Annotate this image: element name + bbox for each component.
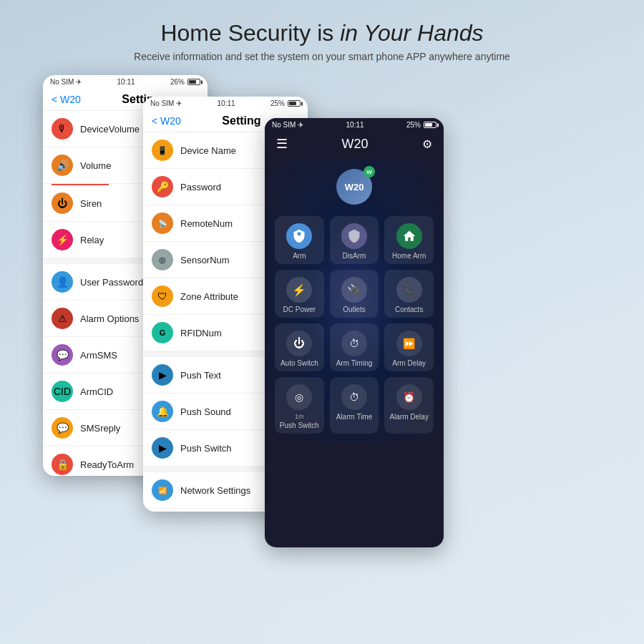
readytoarm-icon: 🔒 <box>52 454 73 475</box>
phone2-battery-area: 25% <box>270 99 301 107</box>
siren-icon: ⏻ <box>52 192 73 214</box>
dashboard-bg: W20 W Arm DisArm <box>265 159 444 441</box>
pushswitch-label: Push Switch <box>180 443 232 454</box>
main-container: Home Security is in Your Hands Receive i… <box>0 0 644 644</box>
contacts-icon: 📞 <box>396 277 422 303</box>
phone2-sim: No SIM ✈ <box>150 99 182 107</box>
outlets-icon: 🔌 <box>341 277 367 303</box>
armcid-icon: CID <box>52 381 73 402</box>
arm-delay-icon: ⏩ <box>396 331 422 356</box>
phone1-status-bar: No SIM ✈ 10:11 26% <box>43 75 208 89</box>
home-arm-button[interactable]: Home Arm <box>384 216 434 264</box>
phone2-nav-back[interactable]: < W20 <box>152 115 181 127</box>
smsreply-label: SMSreply <box>80 423 120 434</box>
alarm-delay-icon: ⏰ <box>396 384 422 410</box>
header-section: Home Security is in Your Hands Receive i… <box>0 0 644 75</box>
contacts-label: Contacts <box>395 306 423 313</box>
volume-label: Volume <box>80 160 111 171</box>
hamburger-icon[interactable]: ☰ <box>276 136 288 152</box>
phone3-status-bar: No SIM ✈ 10:11 25% <box>265 118 444 132</box>
outlets-button[interactable]: 🔌 Outlets <box>330 270 379 318</box>
phone1-sim: No SIM ✈ <box>50 78 82 86</box>
password-icon: 🔑 <box>152 176 173 197</box>
smsreply-icon: 💬 <box>52 417 73 439</box>
relay-label: Relay <box>80 235 104 245</box>
remotenum-label: RemoteNum <box>180 218 233 229</box>
zoneattribute-label: Zone Attribute <box>180 291 238 302</box>
phone2-status-bar: No SIM ✈ 10:11 25% <box>143 97 308 110</box>
home-arm-icon <box>396 223 422 249</box>
sensornum-icon: ◎ <box>152 249 173 270</box>
alarm-options-label: Alarm Options <box>80 313 139 324</box>
dc-power-icon: ⚡ <box>286 277 312 303</box>
push-switch-label: Push Switch <box>280 421 319 429</box>
dc-power-button[interactable]: ⚡ DC Power <box>275 270 324 318</box>
phone3-battery-area: 25% <box>406 121 436 129</box>
phone3-header: ☰ W20 ⚙ <box>265 132 444 159</box>
phone3-battery-icon <box>424 122 436 128</box>
phone1-battery-pct: 26% <box>170 78 185 86</box>
dc-power-label: DC Power <box>283 306 316 313</box>
pushsound-label: Push Sound <box>180 406 231 417</box>
contacts-button[interactable]: 📞 Contacts <box>384 270 434 318</box>
readytoarm-label: ReadyToArm <box>80 459 134 470</box>
phone1-time: 10:11 <box>117 78 135 86</box>
push-switch-icon: ◎ <box>286 384 312 410</box>
phone3-sim: No SIM ✈ <box>272 121 303 129</box>
dashboard-grid: Arm DisArm Home Arm <box>272 216 436 434</box>
password-label: Password <box>180 182 221 192</box>
rfidnum-icon: G <box>152 322 173 343</box>
arm-delay-label: Arm Delay <box>392 359 426 367</box>
arm-label: Arm <box>293 252 306 260</box>
disarm-button[interactable]: DisArm <box>330 216 379 264</box>
volume-icon: 🔊 <box>52 155 73 176</box>
sub-title: Receive information and set the system o… <box>14 51 630 62</box>
zoneattribute-icon: 🛡 <box>152 286 173 307</box>
device-volume-label: DeviceVolume <box>80 124 140 135</box>
push-switch-button[interactable]: ◎ 1m Push Switch <box>275 377 324 434</box>
phone2-battery-pct: 25% <box>270 99 285 107</box>
pushtext-label: Push Text <box>180 370 221 381</box>
phone3-battery-pct: 25% <box>406 121 421 129</box>
phone2-time: 10:11 <box>218 99 235 107</box>
device-name-icon: 📱 <box>152 140 173 161</box>
armsms-icon: 💬 <box>52 344 73 366</box>
user-password-icon: 👤 <box>52 271 73 293</box>
disarm-label: DisArm <box>343 252 366 260</box>
arm-button[interactable]: Arm <box>275 216 324 264</box>
phone-3: No SIM ✈ 10:11 25% ☰ W20 ⚙ W20 W <box>265 118 444 547</box>
phone1-battery-icon <box>187 79 200 85</box>
user-password-label: User Password <box>80 277 143 288</box>
alarm-delay-button[interactable]: ⏰ Alarm Delay <box>384 377 434 434</box>
phone1-battery-area: 26% <box>170 78 200 86</box>
pushswitch-icon: ▶ <box>152 437 173 459</box>
arm-timing-icon: ⏱ <box>341 331 367 356</box>
networksettings-icon: 📶 <box>152 479 173 501</box>
auto-switch-button[interactable]: ⏻ Auto Switch <box>275 323 324 371</box>
alarm-time-button[interactable]: ⏱ Alarm Time <box>330 377 379 434</box>
arm-icon <box>286 223 312 249</box>
alarm-time-icon: ⏱ <box>341 384 367 410</box>
phone1-nav-back[interactable]: < W20 <box>52 94 81 105</box>
auto-switch-label: Auto Switch <box>280 359 318 367</box>
armcid-label: ArmCID <box>80 386 113 397</box>
device-name-label: Device Name <box>180 145 236 156</box>
rfidnum-label: RFIDNum <box>180 328 222 338</box>
networksettings-label: Network Settings <box>180 485 250 496</box>
outlets-label: Outlets <box>343 306 366 313</box>
siren-label: Siren <box>80 198 102 209</box>
armsms-label: ArmSMS <box>80 350 117 361</box>
arm-timing-button[interactable]: ⏱ Arm Timing <box>330 323 379 371</box>
device-badge-label: W20 <box>345 182 364 192</box>
device-badge: W20 W <box>336 169 372 205</box>
pushsound-icon: 🔔 <box>152 401 173 422</box>
phones-container: No SIM ✈ 10:11 26% < W20 Setting 🎙 Devic… <box>0 75 644 576</box>
alarm-delay-label: Alarm Delay <box>389 413 428 421</box>
auto-switch-icon: ⏻ <box>286 331 312 356</box>
alarm-options-icon: ⚠ <box>52 308 73 329</box>
phone3-title: W20 <box>341 137 368 152</box>
settings-gear-icon[interactable]: ⚙ <box>422 137 432 151</box>
arm-timing-label: Arm Timing <box>336 359 373 367</box>
arm-delay-button[interactable]: ⏩ Arm Delay <box>384 323 434 371</box>
alarm-time-label: Alarm Time <box>336 413 373 421</box>
